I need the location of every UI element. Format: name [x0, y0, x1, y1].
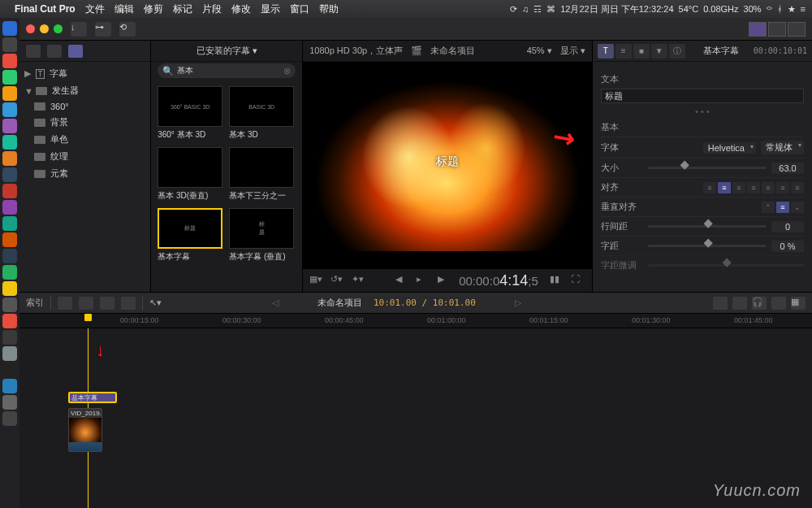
dock-app[interactable] — [2, 119, 17, 133]
title-overlay-text[interactable]: 标题 — [436, 154, 459, 169]
video-clip[interactable]: VID_2019... — [68, 408, 102, 452]
clear-icon[interactable]: ⊗ — [283, 66, 291, 76]
dock-app[interactable] — [2, 151, 17, 166]
dock-app[interactable] — [2, 249, 17, 263]
disclosure-icon[interactable]: ▶ — [24, 68, 31, 79]
close-button[interactable] — [26, 24, 35, 33]
dock-app[interactable] — [2, 395, 17, 410]
clip-appearance-icon[interactable]: ▦ — [791, 297, 806, 310]
zoom-dropdown[interactable]: 45% ▾ — [527, 46, 552, 56]
sidebar-item-solid[interactable]: 单色 — [19, 131, 150, 148]
menu-view[interactable]: 显示 — [261, 2, 280, 16]
solo-icon[interactable]: 🎧 — [752, 297, 767, 310]
render-button[interactable]: ⟲ — [119, 22, 136, 37]
menu-file[interactable]: 文件 — [85, 2, 105, 16]
title-item[interactable]: 基本 3D(垂直) — [158, 147, 224, 202]
import-button[interactable]: ↓ — [71, 22, 87, 37]
kerning-slider[interactable] — [648, 264, 804, 267]
skimming-icon[interactable] — [713, 297, 728, 310]
sidebar-item-background[interactable]: 背景 — [19, 114, 150, 131]
dock-app[interactable] — [2, 167, 17, 182]
crop-tool-icon[interactable]: ▦▾ — [309, 274, 324, 287]
valign-middle-icon[interactable]: ≡ — [776, 202, 789, 213]
photos-tab-icon[interactable] — [47, 45, 62, 58]
workspace-seg-2[interactable] — [768, 22, 786, 37]
workspace-seg-1[interactable] — [749, 22, 767, 37]
dock-app[interactable] — [2, 70, 17, 85]
audio-skim-icon[interactable] — [732, 297, 747, 310]
align-right-icon[interactable]: ≡ — [732, 182, 745, 193]
inspector-tab[interactable]: ≡ — [615, 44, 632, 59]
tracking-value[interactable]: 0 % — [771, 241, 804, 252]
title-item[interactable]: BASIC 3D基本 3D — [229, 86, 296, 141]
dock-app[interactable] — [2, 346, 17, 361]
size-slider[interactable] — [648, 167, 767, 169]
dock-app[interactable] — [2, 265, 17, 280]
timeline-tracks[interactable]: 基本字幕 VID_2019... — [19, 328, 812, 508]
align-left-icon[interactable]: ≡ — [703, 182, 716, 193]
align-icon[interactable]: ≡ — [776, 182, 789, 193]
dock-trash[interactable] — [2, 411, 17, 426]
dock-finder[interactable] — [2, 21, 17, 36]
sidebar-titles-header[interactable]: ▶ 🅃 字幕 — [19, 65, 150, 82]
dock-app[interactable] — [2, 200, 17, 215]
dock-app[interactable] — [2, 297, 17, 312]
dock-app[interactable] — [2, 379, 17, 393]
index-button[interactable]: 索引 — [26, 297, 44, 309]
search-field[interactable]: 🔍 ⊗ — [158, 63, 296, 78]
insert-tool-icon[interactable] — [79, 297, 93, 310]
dock-app[interactable] — [2, 232, 17, 247]
valign-bottom-icon[interactable]: ⌄ — [791, 202, 804, 213]
prev-icon[interactable]: ◁ — [272, 297, 279, 308]
menu-edit[interactable]: 编辑 — [114, 2, 134, 16]
sidebar-item-elements[interactable]: 元素 — [19, 165, 150, 182]
align-icon[interactable]: ≡ — [762, 182, 775, 193]
dock-app[interactable] — [2, 86, 17, 101]
spotlight-icon[interactable]: ≡ — [801, 4, 806, 14]
menu-trim[interactable]: 修剪 — [144, 2, 163, 16]
dock-app[interactable] — [2, 54, 17, 68]
align-buttons[interactable]: ≡ ≡ ≡ ≡ ≡ ≡ ≡ — [703, 182, 804, 193]
play-button[interactable]: ▸ — [417, 274, 431, 287]
timeline-ruler[interactable]: 00:00:15:00 00:00:30:00 00:00:45:00 00:0… — [19, 314, 812, 328]
dock-app[interactable] — [2, 184, 17, 198]
linespace-value[interactable]: 0 — [771, 221, 804, 232]
inspector-tab[interactable]: ■ — [633, 44, 650, 59]
next-frame-icon[interactable]: ▶ — [438, 274, 452, 287]
audio-meter-icon[interactable]: ▮▮ — [550, 274, 564, 287]
inspector-tab[interactable]: ▼ — [651, 44, 667, 59]
menu-window[interactable]: 窗口 — [290, 2, 309, 16]
inspector-info-tab[interactable]: ⓘ — [669, 44, 685, 59]
workspace-seg-3[interactable] — [788, 22, 806, 37]
view-dropdown[interactable]: 显示 ▾ — [560, 45, 585, 57]
tracking-slider[interactable] — [648, 245, 767, 247]
menu-clip[interactable]: 片段 — [202, 2, 222, 16]
align-center-icon[interactable]: ≡ — [718, 182, 731, 193]
prev-frame-icon[interactable]: ◀ — [395, 274, 410, 287]
titles-dropdown[interactable]: 已安装的字幕 ▾ — [156, 45, 297, 57]
title-text-input[interactable] — [601, 89, 804, 103]
enhance-icon[interactable]: ✦▾ — [352, 274, 366, 287]
append-tool-icon[interactable] — [100, 297, 114, 310]
dock-app[interactable] — [2, 363, 17, 377]
title-clip[interactable]: 基本字幕 — [68, 392, 117, 403]
workspace-segmented[interactable] — [749, 22, 806, 37]
sidebar-item-360[interactable]: 360° — [19, 99, 150, 114]
library-tab-icon[interactable] — [26, 45, 41, 58]
menu-help[interactable]: 帮助 — [319, 2, 339, 16]
snap-icon[interactable] — [771, 297, 786, 310]
valign-top-icon[interactable]: ⌃ — [762, 202, 775, 213]
title-item[interactable]: 360° BASIC 3D360° 基本 3D — [158, 86, 224, 141]
dock-app[interactable] — [2, 216, 17, 231]
dock-app[interactable] — [2, 314, 17, 328]
dock-app[interactable] — [2, 281, 17, 296]
viewer-timecode[interactable]: 00:00:04:14;5 — [459, 272, 538, 289]
title-item[interactable]: 标题基本字幕 (垂直) — [229, 208, 296, 263]
next-icon[interactable]: ▷ — [515, 297, 521, 308]
maximize-button[interactable] — [54, 24, 63, 33]
size-value[interactable]: 63.0 — [771, 163, 804, 174]
dock-app[interactable] — [2, 102, 17, 117]
select-tool-icon[interactable]: ↖▾ — [149, 297, 162, 308]
keyword-button[interactable]: ⊶ — [95, 22, 111, 37]
menu-mark[interactable]: 标记 — [173, 2, 192, 16]
